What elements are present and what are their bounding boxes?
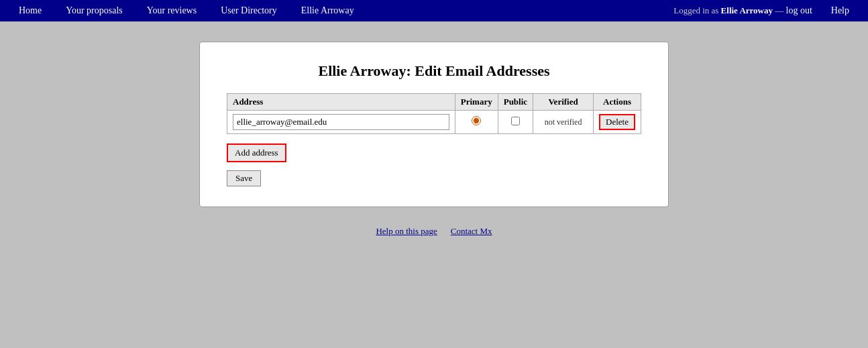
actions-cell: Delete	[594, 111, 641, 134]
user-info: Logged in as Ellie Arroway — log out	[673, 5, 819, 16]
public-cell	[498, 111, 533, 134]
logout-link[interactable]: log out	[786, 5, 812, 15]
header-actions: Actions	[594, 94, 641, 111]
verified-status: not verified	[545, 117, 582, 127]
page-body: Ellie Arroway: Edit Email Addresses Addr…	[0, 21, 868, 257]
header-primary: Primary	[455, 94, 498, 111]
edit-email-card: Ellie Arroway: Edit Email Addresses Addr…	[199, 42, 669, 207]
help-on-this-page-link[interactable]: Help on this page	[376, 226, 437, 237]
add-address-button[interactable]: Add address	[227, 143, 286, 162]
header-verified: Verified	[533, 94, 594, 111]
nav-help[interactable]: Help	[819, 1, 861, 20]
header-public: Public	[498, 94, 533, 111]
save-button[interactable]: Save	[227, 170, 261, 186]
primary-radio[interactable]	[472, 116, 481, 125]
add-address-container: Add address	[227, 143, 641, 170]
email-address-input[interactable]	[233, 114, 449, 130]
save-container: Save	[227, 170, 641, 186]
nav-user-directory[interactable]: User Directory	[209, 1, 289, 20]
email-table: Address Primary Public Verified Actions	[227, 93, 641, 134]
logged-in-username: Ellie Arroway	[721, 5, 773, 15]
logout-separator: —	[773, 5, 786, 15]
nav-your-reviews[interactable]: Your reviews	[135, 1, 209, 20]
delete-button[interactable]: Delete	[599, 114, 635, 130]
contact-mx-link[interactable]: Contact Mx	[451, 226, 492, 237]
navbar: Home Your proposals Your reviews User Di…	[0, 0, 868, 21]
nav-home[interactable]: Home	[7, 1, 54, 20]
header-address: Address	[227, 94, 455, 111]
address-cell	[227, 111, 455, 134]
table-row: not verified Delete	[227, 111, 641, 134]
nav-your-proposals[interactable]: Your proposals	[54, 1, 135, 20]
page-title: Ellie Arroway: Edit Email Addresses	[227, 62, 641, 80]
footer-links: Help on this page Contact Mx	[376, 226, 492, 237]
logged-in-prefix: Logged in as	[673, 5, 720, 15]
verified-cell: not verified	[533, 111, 594, 134]
public-checkbox[interactable]	[511, 117, 520, 125]
nav-ellie-arroway[interactable]: Ellie Arroway	[289, 1, 366, 20]
primary-cell	[455, 111, 498, 134]
